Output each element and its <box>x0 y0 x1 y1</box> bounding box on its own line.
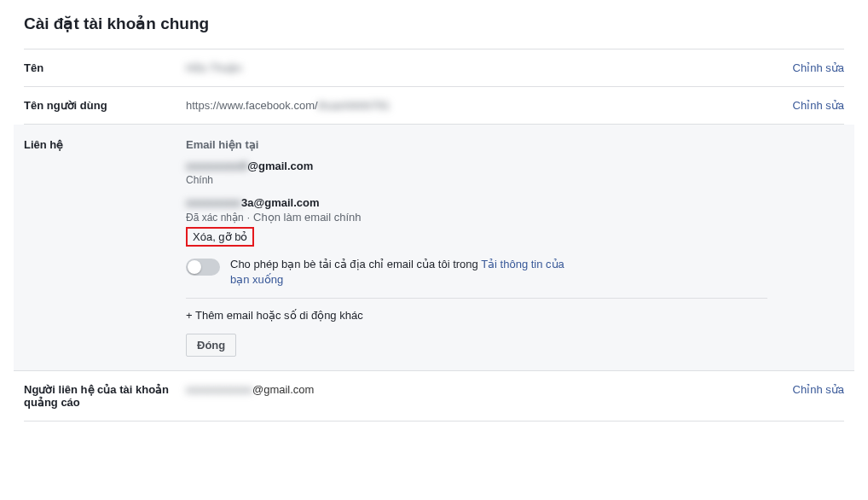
label-contact: Liên hệ <box>24 138 186 151</box>
label-ad-contact: Người liên hệ của tài khoản quảng cáo <box>24 383 186 409</box>
remove-email-link[interactable]: Xóa, gỡ bỏ <box>186 227 254 247</box>
value-username: https://www.facebook.com/thuanhihihi791 <box>186 99 767 112</box>
page-title: Cài đặt tài khoản chung <box>24 14 844 49</box>
edit-ad-contact-link[interactable]: Chỉnh sửa <box>793 383 844 396</box>
email-secondary: xxxxxxxxx3a@gmail.com Đã xác nhận·Chọn l… <box>186 196 767 247</box>
email-primary-sub: Chính <box>186 174 767 186</box>
edit-username-link[interactable]: Chỉnh sửa <box>793 99 844 112</box>
label-username: Tên người dùng <box>24 99 186 112</box>
row-ad-contact: Người liên hệ của tài khoản quảng cáo xx… <box>24 371 844 422</box>
row-name: Tên Hữu Thuận Chỉnh sửa <box>24 49 844 87</box>
label-name: Tên <box>24 61 186 74</box>
contact-heading: Email hiện tại <box>186 138 767 151</box>
add-email-link[interactable]: + Thêm email hoặc số di động khác <box>186 309 767 322</box>
make-primary-link[interactable]: Chọn làm email chính <box>253 211 362 224</box>
edit-name-link[interactable]: Chỉnh sửa <box>793 61 844 74</box>
allow-download-toggle[interactable] <box>186 259 220 276</box>
email-primary: xxxxxxxxx9@gmail.com Chính <box>186 160 767 186</box>
row-contact: Liên hệ Email hiện tại xxxxxxxxx9@gmail.… <box>14 125 854 371</box>
value-ad-contact: xxxxxxxxxxxx@gmail.com <box>186 383 767 396</box>
toggle-text: Cho phép bạn bè tải cả địa chỉ email của… <box>230 257 571 288</box>
value-name: Hữu Thuận <box>186 61 767 74</box>
row-username: Tên người dùng https://www.facebook.com/… <box>24 87 844 125</box>
email-status: Đã xác nhận <box>186 212 244 224</box>
close-button[interactable]: Đóng <box>186 334 236 357</box>
